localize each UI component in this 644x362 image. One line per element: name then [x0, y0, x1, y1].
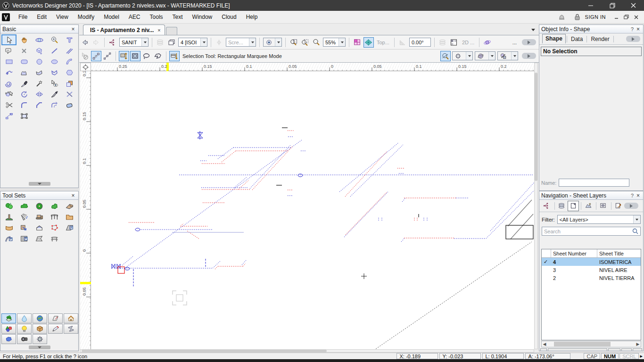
irregular-shape-tool[interactable] — [17, 67, 32, 78]
plan-rotation-input[interactable]: 0.00° — [409, 38, 431, 47]
menu-model[interactable]: Model — [99, 11, 124, 24]
category-lighting[interactable] — [17, 334, 32, 344]
canvas-vertical-scrollbar[interactable] — [534, 63, 538, 349]
layer-options-button[interactable] — [449, 37, 459, 48]
zoom-level-combo-dropdown-icon[interactable] — [339, 38, 345, 46]
selection-tool[interactable] — [1, 34, 17, 45]
filter-combo[interactable]: <All Layers> — [557, 215, 641, 224]
projection-dropdown[interactable] — [497, 51, 518, 60]
scroll-right-icon[interactable]: ▶ — [635, 342, 641, 346]
oval-tool[interactable] — [47, 56, 62, 67]
reshape-tool[interactable] — [1, 89, 17, 99]
vscroll-thumb[interactable] — [535, 73, 537, 181]
select-similar-tool[interactable] — [47, 78, 62, 89]
object-info-header[interactable]: Object Info - Shape ? × — [539, 25, 643, 33]
category-dims-notes[interactable] — [48, 313, 63, 323]
cut-button-3[interactable] — [608, 348, 620, 351]
hscroll-thumb[interactable] — [82, 350, 327, 352]
basic-collapse-handle[interactable] — [29, 182, 50, 186]
search-input[interactable]: Search — [542, 227, 641, 236]
freehand-tool[interactable] — [1, 67, 17, 78]
render-mode-dropdown[interactable] — [475, 51, 495, 60]
stake-tool[interactable] — [1, 212, 17, 222]
cut-button-5[interactable] — [633, 348, 642, 351]
filter-dropdown-icon[interactable] — [633, 215, 640, 223]
fit-to-objects-button[interactable] — [289, 37, 299, 48]
category-detailing[interactable] — [48, 324, 63, 334]
mdi-minimize-icon[interactable] — [612, 14, 620, 21]
active-class-combo[interactable]: SANIT — [119, 38, 149, 47]
planter-tool[interactable] — [62, 212, 77, 222]
offset-tool[interactable] — [47, 99, 62, 110]
snap-loupe-button[interactable] — [440, 51, 451, 61]
category-site-planning[interactable] — [1, 313, 16, 323]
menu-window[interactable]: Window — [188, 11, 217, 24]
zoom-tool-button[interactable] — [311, 37, 322, 48]
navigation-graph-button[interactable] — [107, 37, 118, 48]
sign-in-button[interactable]: SIGN IN — [585, 14, 606, 20]
document-tab[interactable]: IS - Apartamento 2 niv... × — [83, 25, 165, 35]
design-layers-button[interactable] — [556, 201, 568, 211]
active-layer-combo[interactable]: 4 [ISOI — [178, 38, 207, 47]
trim-tool[interactable] — [62, 89, 77, 99]
circle-tool[interactable] — [32, 56, 47, 67]
active-class-combo-dropdown-icon[interactable] — [141, 38, 148, 46]
sheet-row-3[interactable]: 3NIVEL AIRE — [542, 266, 641, 274]
fit-to-selection-button[interactable] — [300, 37, 310, 48]
resize-tool[interactable] — [17, 110, 32, 121]
shear-tool[interactable] — [47, 89, 62, 99]
category-structural[interactable] — [64, 324, 78, 334]
regular-polygon-tool[interactable] — [62, 67, 77, 78]
massing-shrub-tool[interactable] — [17, 201, 32, 212]
parking-space-tool[interactable]: P — [62, 222, 77, 233]
object-info-close-icon[interactable]: × — [635, 26, 641, 33]
render-mode-dropdown-arrow-icon[interactable] — [488, 52, 495, 60]
close-icon[interactable] — [623, 0, 644, 11]
close-basic-palette-icon[interactable]: × — [70, 26, 76, 33]
multiple-view-panes-button[interactable] — [352, 37, 363, 48]
menu-view[interactable]: View — [51, 11, 73, 24]
polyline-tool[interactable] — [47, 67, 62, 78]
fillet-tool[interactable] — [17, 99, 32, 110]
zoom-level-combo[interactable]: 55% — [323, 38, 346, 47]
arc-tool[interactable] — [62, 56, 77, 67]
category-visualization[interactable] — [17, 324, 32, 334]
mdi-restore-icon[interactable] — [622, 14, 630, 21]
hardscape-tool[interactable] — [62, 201, 77, 212]
menu-modify[interactable]: Modify — [73, 11, 99, 24]
multiple-object-mode-button[interactable] — [102, 51, 113, 61]
landscape-area-tool[interactable] — [47, 201, 62, 212]
rectangle-tool[interactable] — [1, 56, 17, 67]
tool-sets-palette-header[interactable]: Tool Sets × — [0, 191, 78, 200]
sheet-row-2[interactable]: 2NIVEL TIERRA — [542, 274, 641, 282]
layer-stack-button[interactable] — [155, 37, 165, 48]
new-document-tab[interactable] — [166, 27, 177, 35]
sheet-number-column-header[interactable]: Sheet Number — [551, 249, 597, 257]
statusbar-overflow-icon[interactable]: ▸ — [640, 353, 643, 359]
eraser-tool[interactable] — [62, 99, 77, 110]
tool-settings-dropdown[interactable] — [452, 51, 473, 60]
saved-view-combo[interactable]: Scre... — [226, 38, 256, 47]
plant-tool[interactable] — [1, 201, 17, 212]
irrigation-tool[interactable] — [17, 212, 32, 222]
unified-view-button[interactable] — [363, 37, 374, 48]
rotate-plan-button[interactable] — [397, 37, 408, 48]
navigation-header[interactable]: Navigation - Sheet Layers ? × — [539, 191, 643, 200]
line-tool[interactable] — [47, 45, 62, 56]
minimize-icon[interactable] — [580, 0, 602, 11]
basic-palette-header[interactable]: Basic × — [0, 25, 78, 33]
rectangular-marquee-mode-button[interactable] — [130, 51, 140, 61]
rounded-rectangle-tool[interactable] — [17, 56, 32, 67]
cut-button-2[interactable] — [548, 348, 607, 351]
double-line-tool[interactable] — [62, 45, 77, 56]
menu-file[interactable]: File — [14, 11, 32, 24]
chamfer-tool[interactable] — [32, 99, 47, 110]
restore-icon[interactable] — [602, 0, 623, 11]
category-furnishings[interactable] — [33, 324, 47, 334]
mdi-close-icon[interactable] — [632, 14, 640, 21]
grade-slope-tool[interactable] — [17, 222, 32, 233]
existing-tree-tool[interactable] — [32, 201, 47, 212]
lasso-marquee-mode-button[interactable] — [141, 51, 152, 61]
toolbar2-overflow-button[interactable] — [522, 53, 536, 59]
x-symbol-tool[interactable] — [17, 45, 32, 56]
